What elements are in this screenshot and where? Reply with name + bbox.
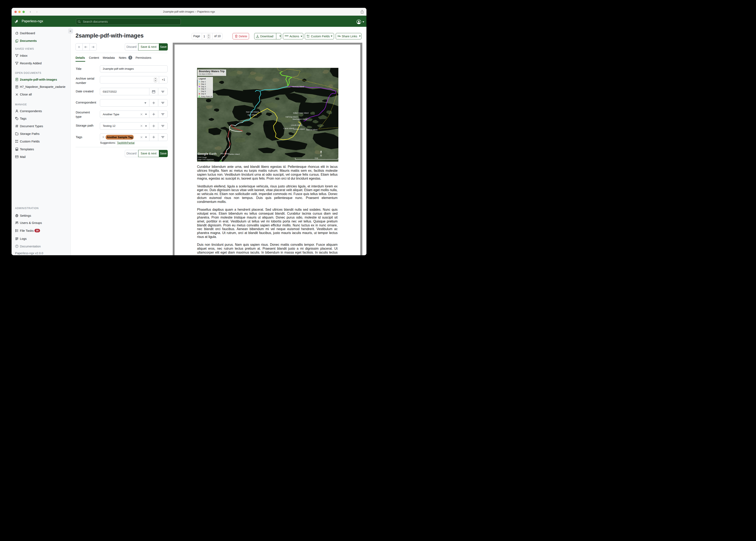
svg-text:Day 5: Day 5 <box>201 90 206 92</box>
svg-text:Gary Island: Gary Island <box>248 114 257 116</box>
svg-text:Charlies Island: Charlies Island <box>228 153 240 155</box>
svg-text:Canoe Island: Canoe Island <box>283 127 294 130</box>
svg-text:Day 4: Day 4 <box>201 88 206 90</box>
svg-text:Norway Island: Norway Island <box>293 128 305 130</box>
svg-text:3 mi: 3 mi <box>315 157 318 159</box>
svg-text:Day 1: Day 1 <box>201 81 206 83</box>
svg-text:Lincoln Island: Lincoln Island <box>291 124 302 126</box>
svg-text:Day 2: Day 2 <box>201 83 206 85</box>
svg-text:Indian Grave Island: Indian Grave Island <box>293 112 309 114</box>
svg-text:Image © 2017 DigitalGlobe: Image © 2017 DigitalGlobe <box>198 159 214 161</box>
svg-text:Day 6: Day 6 <box>201 93 206 95</box>
svg-text:Text: Text <box>264 124 268 127</box>
svg-text:Half Dog Island: Half Dog Island <box>286 116 298 118</box>
svg-text:New York Island: New York Island <box>246 111 259 113</box>
svg-text:Mile Island: Mile Island <box>220 153 229 155</box>
svg-text:Entry Point 24: Entry Point 24 <box>201 96 212 98</box>
svg-text:Legend: Legend <box>199 78 206 80</box>
svg-text:Six days in BWCA: Six days in BWCA <box>199 73 213 75</box>
svg-text:Boundary Waters Trip: Boundary Waters Trip <box>199 70 224 73</box>
svg-text:Squirrel Island: Squirrel Island <box>306 129 318 131</box>
svg-text:N: N <box>320 154 322 157</box>
svg-text:© 2017 Google: © 2017 Google <box>198 157 207 158</box>
svg-text:Google Earth: Google Earth <box>198 152 217 156</box>
svg-text:Washington Island: Washington Island <box>293 118 307 120</box>
svg-text:Day 3: Day 3 <box>201 86 206 88</box>
svg-text:Hausons Island: Hausons Island <box>292 86 304 88</box>
